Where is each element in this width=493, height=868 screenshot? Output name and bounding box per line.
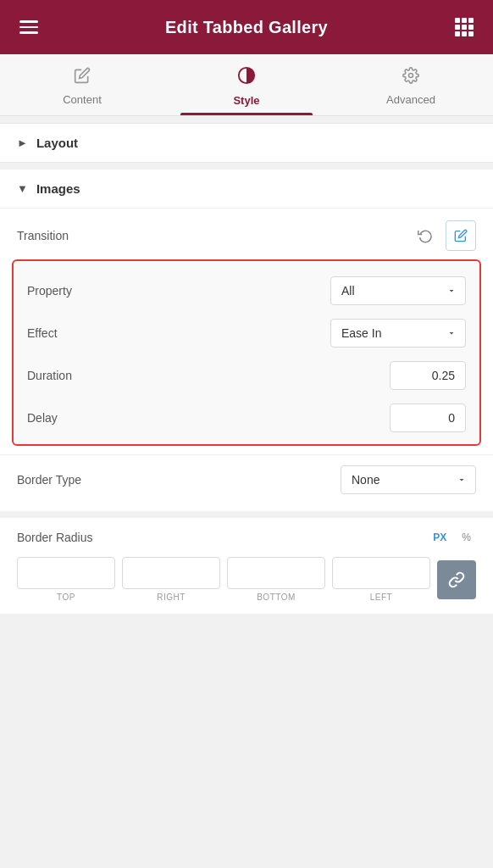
radius-left-label: LEFT <box>370 593 392 602</box>
edit-button[interactable] <box>446 220 476 251</box>
delay-label: Delay <box>27 411 103 425</box>
tab-content-label: Content <box>63 93 102 106</box>
images-section-title: Images <box>36 181 80 196</box>
transition-popup: Property All None Color Background Trans… <box>12 259 481 446</box>
radius-right-label: RIGHT <box>157 593 186 602</box>
radius-top-wrap: TOP <box>17 557 115 602</box>
transition-label: Transition <box>17 229 69 242</box>
border-type-select[interactable]: None Solid Double Dotted Dashed Groove <box>341 465 476 494</box>
reset-button[interactable] <box>412 222 439 249</box>
unit-toggle: PX % <box>428 530 476 545</box>
chevron-down-icon: ▼ <box>17 182 28 195</box>
style-icon <box>237 66 256 89</box>
border-radius-section: Border Radius PX % TOP RIGHT BOTTOM LEFT <box>0 518 493 614</box>
property-row: Property All None Color Background Trans… <box>27 276 466 305</box>
tab-style-label: Style <box>233 94 259 107</box>
gear-icon <box>402 67 419 88</box>
border-radius-header: Border Radius PX % <box>17 530 476 545</box>
tab-style[interactable]: Style <box>164 54 329 115</box>
hamburger-icon[interactable] <box>15 14 42 41</box>
duration-input[interactable] <box>390 361 466 390</box>
header: Edit Tabbed Gallery <box>0 0 493 54</box>
layout-section-title: Layout <box>36 136 78 150</box>
tab-advanced[interactable]: Advanced <box>329 54 493 115</box>
images-section-header[interactable]: ▼ Images <box>0 170 493 209</box>
delay-input[interactable] <box>390 403 466 432</box>
transition-row: Transition <box>0 209 493 259</box>
effect-select[interactable]: Ease In Ease Out Ease In Out Linear Cust… <box>330 319 466 348</box>
radius-top-label: TOP <box>57 593 75 602</box>
property-select[interactable]: All None Color Background Transform <box>330 276 466 305</box>
transition-controls <box>412 220 476 251</box>
pencil-icon <box>74 67 91 88</box>
grid-icon[interactable] <box>451 14 478 41</box>
images-section: ▼ Images Transition Property <box>0 170 493 511</box>
tab-content[interactable]: Content <box>0 54 164 115</box>
radius-bottom-input[interactable] <box>227 557 325 589</box>
link-button[interactable] <box>437 560 476 599</box>
radius-bottom-label: BOTTOM <box>257 593 296 602</box>
tab-bar: Content Style Advanced <box>0 54 493 116</box>
radius-left-input[interactable] <box>332 557 430 589</box>
effect-label: Effect <box>27 326 103 340</box>
header-title: Edit Tabbed Gallery <box>165 18 328 37</box>
radius-bottom-wrap: BOTTOM <box>227 557 325 602</box>
delay-row: Delay <box>27 403 466 432</box>
border-type-label: Border Type <box>17 473 81 487</box>
radius-right-wrap: RIGHT <box>122 557 220 602</box>
tab-advanced-label: Advanced <box>386 93 435 106</box>
layout-section-header[interactable]: ► Layout <box>0 123 493 163</box>
border-radius-label: Border Radius <box>17 531 93 544</box>
radius-left-wrap: LEFT <box>332 557 430 602</box>
duration-row: Duration <box>27 361 466 390</box>
radius-right-input[interactable] <box>122 557 220 589</box>
unit-px-button[interactable]: PX <box>428 530 451 545</box>
chevron-right-icon: ► <box>17 136 28 149</box>
unit-percent-button[interactable]: % <box>457 530 476 545</box>
duration-label: Duration <box>27 369 103 382</box>
radius-inputs: TOP RIGHT BOTTOM LEFT <box>17 557 476 602</box>
property-label: Property <box>27 284 103 298</box>
border-type-row: Border Type None Solid Double Dotted Das… <box>0 454 493 504</box>
effect-row: Effect Ease In Ease Out Ease In Out Line… <box>27 319 466 348</box>
svg-point-1 <box>409 74 413 78</box>
radius-top-input[interactable] <box>17 557 115 589</box>
